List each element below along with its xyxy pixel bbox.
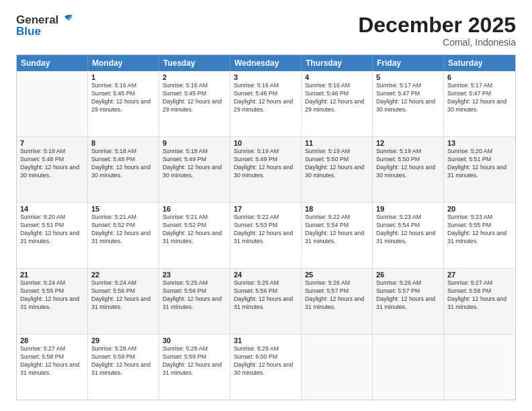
cell-day-number: 24	[234, 271, 298, 279]
cell-day-number: 22	[91, 271, 155, 279]
day-header-thursday: Thursday	[302, 55, 373, 71]
cell-info: Sunrise: 5:21 AMSunset: 5:52 PMDaylight:…	[163, 214, 226, 246]
cell-info: Sunrise: 5:28 AMSunset: 5:59 PMDaylight:…	[163, 345, 226, 377]
cell-info: Sunrise: 5:26 AMSunset: 5:57 PMDaylight:…	[376, 279, 440, 312]
cell-day-number: 2	[163, 73, 226, 81]
calendar-cell-12: 12Sunrise: 5:19 AMSunset: 5:50 PMDayligh…	[373, 137, 444, 202]
cell-day-number: 10	[234, 139, 298, 147]
day-header-monday: Monday	[88, 55, 159, 71]
calendar-cell-23: 23Sunrise: 5:25 AMSunset: 5:56 PMDayligh…	[159, 269, 230, 334]
calendar-cell-16: 16Sunrise: 5:21 AMSunset: 5:52 PMDayligh…	[159, 203, 230, 268]
cell-info: Sunrise: 5:16 AMSunset: 5:46 PMDaylight:…	[234, 82, 298, 114]
calendar-cell-17: 17Sunrise: 5:22 AMSunset: 5:53 PMDayligh…	[230, 203, 302, 268]
calendar-cell-empty	[17, 71, 88, 136]
cell-info: Sunrise: 5:27 AMSunset: 5:58 PMDaylight:…	[447, 279, 512, 312]
cell-info: Sunrise: 5:18 AMSunset: 5:48 PMDaylight:…	[20, 148, 84, 180]
cell-day-number: 1	[91, 73, 155, 81]
calendar-cell-empty	[444, 334, 515, 400]
cell-day-number: 5	[376, 73, 440, 81]
logo-bird-icon	[59, 14, 74, 26]
calendar-cell-24: 24Sunrise: 5:25 AMSunset: 5:56 PMDayligh…	[230, 269, 302, 334]
cell-day-number: 8	[91, 139, 155, 147]
calendar-cell-19: 19Sunrise: 5:23 AMSunset: 5:54 PMDayligh…	[373, 203, 444, 268]
cell-info: Sunrise: 5:25 AMSunset: 5:56 PMDaylight:…	[234, 279, 298, 312]
calendar-body: 1Sunrise: 5:16 AMSunset: 5:45 PMDaylight…	[17, 71, 515, 400]
cell-day-number: 31	[234, 336, 298, 345]
calendar-week-3: 21Sunrise: 5:24 AMSunset: 5:55 PMDayligh…	[17, 269, 515, 334]
cell-info: Sunrise: 5:26 AMSunset: 5:57 PMDaylight:…	[305, 279, 369, 312]
day-header-tuesday: Tuesday	[159, 55, 230, 71]
calendar-cell-13: 13Sunrise: 5:20 AMSunset: 5:51 PMDayligh…	[444, 137, 515, 202]
day-header-wednesday: Wednesday	[230, 55, 302, 71]
calendar-cell-empty	[302, 334, 373, 400]
cell-day-number: 25	[305, 271, 369, 279]
cell-info: Sunrise: 5:24 AMSunset: 5:55 PMDaylight:…	[20, 279, 84, 312]
cell-day-number: 19	[376, 205, 440, 213]
calendar-cell-26: 26Sunrise: 5:26 AMSunset: 5:57 PMDayligh…	[373, 269, 444, 334]
day-header-friday: Friday	[373, 55, 444, 71]
cell-info: Sunrise: 5:29 AMSunset: 6:00 PMDaylight:…	[234, 345, 298, 377]
cell-day-number: 15	[91, 205, 155, 213]
cell-info: Sunrise: 5:16 AMSunset: 5:45 PMDaylight:…	[163, 82, 226, 114]
calendar-cell-1: 1Sunrise: 5:16 AMSunset: 5:45 PMDaylight…	[88, 71, 159, 136]
cell-day-number: 9	[163, 139, 226, 147]
cell-info: Sunrise: 5:18 AMSunset: 5:49 PMDaylight:…	[163, 148, 226, 180]
calendar-cell-8: 8Sunrise: 5:18 AMSunset: 5:48 PMDaylight…	[88, 137, 159, 202]
cell-info: Sunrise: 5:22 AMSunset: 5:54 PMDaylight:…	[305, 214, 369, 246]
calendar-cell-4: 4Sunrise: 5:16 AMSunset: 5:46 PMDaylight…	[302, 71, 373, 136]
calendar-cell-25: 25Sunrise: 5:26 AMSunset: 5:57 PMDayligh…	[302, 269, 373, 334]
cell-info: Sunrise: 5:19 AMSunset: 5:50 PMDaylight:…	[376, 148, 440, 180]
cell-day-number: 20	[447, 205, 512, 213]
logo: General Blue	[16, 13, 74, 38]
cell-day-number: 26	[376, 271, 440, 279]
calendar-cell-31: 31Sunrise: 5:29 AMSunset: 6:00 PMDayligh…	[230, 334, 302, 400]
cell-info: Sunrise: 5:17 AMSunset: 5:47 PMDaylight:…	[447, 82, 512, 114]
title-area: December 2025 Comal, Indonesia	[358, 13, 516, 48]
cell-info: Sunrise: 5:20 AMSunset: 5:51 PMDaylight:…	[20, 214, 84, 246]
cell-day-number: 16	[163, 205, 226, 213]
cell-info: Sunrise: 5:23 AMSunset: 5:54 PMDaylight:…	[376, 214, 440, 246]
calendar-cell-11: 11Sunrise: 5:19 AMSunset: 5:50 PMDayligh…	[302, 137, 373, 202]
cell-day-number: 29	[91, 336, 155, 345]
calendar-cell-15: 15Sunrise: 5:21 AMSunset: 5:52 PMDayligh…	[88, 203, 159, 268]
cell-info: Sunrise: 5:21 AMSunset: 5:52 PMDaylight:…	[91, 214, 155, 246]
calendar-cell-empty	[373, 334, 444, 400]
calendar-cell-28: 28Sunrise: 5:27 AMSunset: 5:58 PMDayligh…	[17, 334, 88, 400]
day-header-sunday: Sunday	[17, 55, 88, 71]
cell-day-number: 21	[20, 271, 84, 279]
calendar-week-1: 7Sunrise: 5:18 AMSunset: 5:48 PMDaylight…	[17, 137, 515, 203]
cell-info: Sunrise: 5:22 AMSunset: 5:53 PMDaylight:…	[234, 214, 298, 246]
cell-info: Sunrise: 5:19 AMSunset: 5:49 PMDaylight:…	[234, 148, 298, 180]
day-header-saturday: Saturday	[444, 55, 515, 71]
cell-day-number: 13	[447, 139, 512, 147]
calendar-cell-27: 27Sunrise: 5:27 AMSunset: 5:58 PMDayligh…	[444, 269, 515, 334]
cell-info: Sunrise: 5:20 AMSunset: 5:51 PMDaylight:…	[447, 148, 512, 180]
cell-day-number: 4	[305, 73, 369, 81]
cell-day-number: 17	[234, 205, 298, 213]
calendar-cell-10: 10Sunrise: 5:19 AMSunset: 5:49 PMDayligh…	[230, 137, 302, 202]
calendar-cell-30: 30Sunrise: 5:28 AMSunset: 5:59 PMDayligh…	[159, 334, 230, 400]
calendar-cell-20: 20Sunrise: 5:23 AMSunset: 5:55 PMDayligh…	[444, 203, 515, 268]
page: General Blue December 2025 Comal, Indone…	[0, 0, 532, 411]
cell-day-number: 14	[20, 205, 84, 213]
cell-day-number: 30	[163, 336, 226, 345]
calendar-cell-9: 9Sunrise: 5:18 AMSunset: 5:49 PMDaylight…	[159, 137, 230, 202]
cell-info: Sunrise: 5:28 AMSunset: 5:59 PMDaylight:…	[91, 345, 155, 377]
calendar-cell-7: 7Sunrise: 5:18 AMSunset: 5:48 PMDaylight…	[17, 137, 88, 202]
cell-day-number: 12	[376, 139, 440, 147]
cell-day-number: 27	[447, 271, 512, 279]
cell-info: Sunrise: 5:23 AMSunset: 5:55 PMDaylight:…	[447, 214, 512, 246]
calendar-week-0: 1Sunrise: 5:16 AMSunset: 5:45 PMDaylight…	[17, 71, 515, 137]
cell-day-number: 18	[305, 205, 369, 213]
calendar-cell-29: 29Sunrise: 5:28 AMSunset: 5:59 PMDayligh…	[88, 334, 159, 400]
logo-blue-text: Blue	[16, 25, 41, 38]
cell-day-number: 28	[20, 336, 84, 345]
cell-info: Sunrise: 5:24 AMSunset: 5:56 PMDaylight:…	[91, 279, 155, 312]
cell-info: Sunrise: 5:16 AMSunset: 5:46 PMDaylight:…	[305, 82, 369, 114]
calendar-cell-14: 14Sunrise: 5:20 AMSunset: 5:51 PMDayligh…	[17, 203, 88, 268]
calendar-header: SundayMondayTuesdayWednesdayThursdayFrid…	[17, 55, 515, 71]
location: Comal, Indonesia	[358, 37, 516, 48]
calendar-cell-21: 21Sunrise: 5:24 AMSunset: 5:55 PMDayligh…	[17, 269, 88, 334]
calendar-cell-22: 22Sunrise: 5:24 AMSunset: 5:56 PMDayligh…	[88, 269, 159, 334]
calendar-week-4: 28Sunrise: 5:27 AMSunset: 5:58 PMDayligh…	[17, 334, 515, 400]
